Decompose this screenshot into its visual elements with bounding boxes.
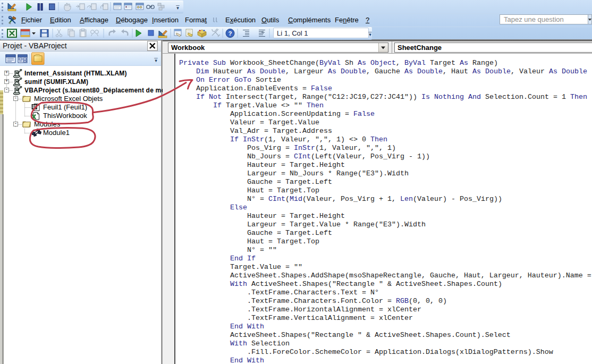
svg-text:?: ? [228,30,232,37]
